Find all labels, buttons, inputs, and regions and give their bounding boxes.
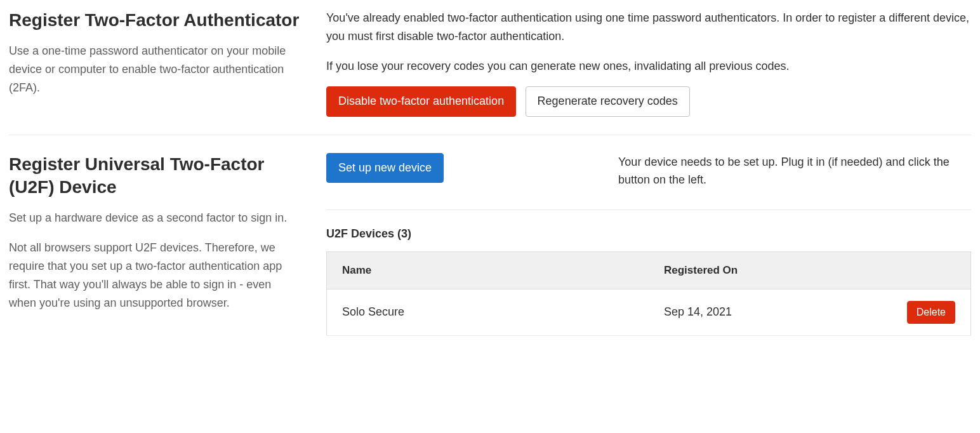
device-action-cell: Delete [874, 289, 970, 335]
u2f-setup-row: Set up new device Your device needs to b… [326, 153, 971, 211]
section-two-factor: Register Two-Factor Authenticator Use a … [9, 9, 971, 135]
two-factor-description: Use a one-time password authenticator on… [9, 42, 301, 97]
disable-2fa-button[interactable]: Disable two-factor authentication [326, 86, 516, 116]
u2f-description-2: Not all browsers support U2F devices. Th… [9, 239, 301, 312]
two-factor-recovery-text: If you lose your recovery codes you can … [326, 57, 971, 76]
delete-device-button[interactable]: Delete [907, 301, 955, 324]
two-factor-status-text: You've already enabled two-factor authen… [326, 9, 971, 46]
u2f-setup-button-col: Set up new device [326, 153, 593, 183]
table-header-registered: Registered On [649, 252, 874, 290]
u2f-devices-heading: U2F Devices (3) [326, 225, 971, 243]
device-name-cell: Solo Secure [327, 289, 649, 335]
u2f-devices-section: U2F Devices (3) Name Registered On Solo … [326, 225, 971, 336]
table-row: Solo Secure Sep 14, 2021 Delete [327, 289, 971, 335]
device-registered-cell: Sep 14, 2021 [649, 289, 874, 335]
table-header-name: Name [327, 252, 649, 290]
two-factor-right: You've already enabled two-factor authen… [326, 9, 971, 117]
table-header-actions [874, 252, 970, 290]
u2f-hint-text: Your device needs to be set up. Plug it … [618, 153, 971, 190]
u2f-heading: Register Universal Two-Factor (U2F) Devi… [9, 153, 301, 199]
u2f-devices-table: Name Registered On Solo Secure Sep 14, 2… [326, 251, 971, 336]
setup-new-device-button[interactable]: Set up new device [326, 153, 444, 183]
regenerate-codes-button[interactable]: Regenerate recovery codes [526, 86, 690, 116]
u2f-right: Set up new device Your device needs to b… [326, 153, 971, 336]
two-factor-buttons: Disable two-factor authentication Regene… [326, 86, 971, 116]
u2f-left: Register Universal Two-Factor (U2F) Devi… [9, 153, 326, 336]
two-factor-heading: Register Two-Factor Authenticator [9, 9, 301, 32]
two-factor-left: Register Two-Factor Authenticator Use a … [9, 9, 326, 117]
section-u2f: Register Universal Two-Factor (U2F) Devi… [9, 153, 971, 336]
u2f-description-1: Set up a hardware device as a second fac… [9, 209, 301, 227]
